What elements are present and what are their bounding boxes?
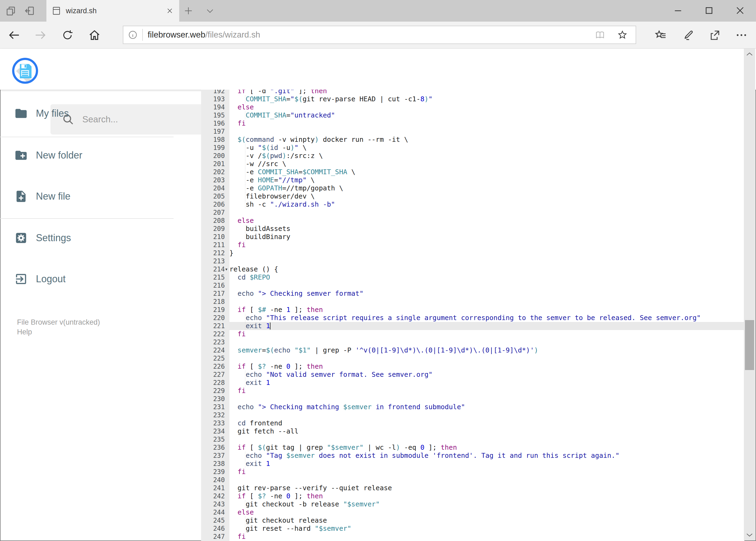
code-line[interactable]: -v /$(pwd):/src:z \ (229, 152, 744, 160)
line-number: 237 (201, 452, 225, 460)
add-favorite-star-icon[interactable] (617, 29, 628, 41)
fold-marker-icon[interactable]: ▾ (225, 265, 230, 273)
code-line[interactable]: fi (229, 241, 744, 249)
code-line[interactable]: fi (229, 330, 744, 338)
code-line[interactable]: -e HOME="//tmp" \ (229, 176, 744, 184)
new-tab-button[interactable] (181, 4, 195, 18)
code-line[interactable]: if [ $? -ne 0 ]; then (229, 362, 744, 370)
code-line[interactable]: fi (229, 387, 744, 395)
browser-tab[interactable]: wizard.sh (46, 0, 179, 22)
indent-guide (245, 144, 245, 152)
code-line[interactable] (229, 395, 744, 403)
code-line[interactable]: sh -c "./wizard.sh -b" (229, 201, 744, 209)
sidebar-item-new-file[interactable]: New file (0, 184, 189, 209)
code-line[interactable]: exit 1 (229, 379, 744, 387)
code-line[interactable] (229, 257, 744, 265)
minimize-button[interactable] (666, 0, 690, 21)
line-number: 193 (201, 95, 225, 103)
code-line[interactable]: cd frontend (229, 419, 744, 427)
code-line[interactable]: if [ $? -ne 0 ]; then (229, 492, 744, 500)
sidebar-item-settings[interactable]: Settings (0, 225, 189, 251)
code-line-active[interactable]: exit 1 (229, 322, 744, 330)
set-tabs-aside-button[interactable] (23, 4, 37, 18)
code-line[interactable]: $(command -v winpty) docker run --rm -it… (229, 136, 744, 144)
scrollbar-thumb[interactable] (745, 320, 754, 370)
code-line[interactable] (229, 209, 744, 217)
code-line[interactable]: if [ $# -ne 1 ]; then (229, 306, 744, 314)
code-line[interactable]: COMMIT_SHA="$(git rev-parse HEAD | cut -… (229, 95, 744, 103)
code-editor[interactable]: 1921931941951961971981992002012022032042… (201, 90, 744, 541)
code-line[interactable] (229, 338, 744, 346)
code-line[interactable]: -w //src \ (229, 160, 744, 168)
line-number: 224 (201, 346, 225, 354)
code-line[interactable]: fi (229, 468, 744, 476)
code-line[interactable] (229, 297, 744, 306)
share-page-button[interactable] (703, 24, 726, 46)
code-line[interactable] (229, 411, 744, 419)
show-tab-previews-button[interactable] (203, 4, 217, 18)
indent-guide (245, 379, 245, 387)
code-line[interactable]: echo "> Checking semver format" (229, 289, 744, 297)
code-line[interactable]: buildBinary (229, 233, 744, 241)
app-header (0, 49, 756, 90)
code-line[interactable]: echo "This release script requires a sin… (229, 314, 744, 322)
scroll-down-button[interactable] (744, 529, 755, 540)
web-notes-button[interactable] (677, 24, 700, 46)
hub-button[interactable] (649, 24, 672, 46)
code-line[interactable]: git checkout -b release "$semver" (229, 500, 744, 508)
code-line[interactable]: if [ -d ".git" ]; then (229, 90, 744, 95)
sidebar-item-logout[interactable]: Logout (0, 266, 189, 292)
forward-button[interactable] (29, 24, 52, 46)
code-line[interactable]: -e COMMIT_SHA=$COMMIT_SHA \ (229, 168, 744, 176)
address-bar[interactable]: filebrowser.web/files/wizard.sh (123, 26, 636, 44)
tab-close-icon[interactable] (166, 7, 173, 14)
tab-title: wizard.sh (66, 7, 166, 15)
code-line[interactable]: } (229, 249, 744, 257)
code-line[interactable]: -e GOPATH=//tmp/gopath \ (229, 184, 744, 192)
indent-guide (245, 460, 245, 468)
code-line[interactable]: git fetch --all (229, 427, 744, 435)
code-line[interactable]: else (229, 508, 744, 516)
browser-tab-strip: wizard.sh (0, 0, 756, 22)
code-line[interactable]: filebrowser/dev \ (229, 192, 744, 201)
code-line[interactable]: git rev-parse --verify --quiet release (229, 484, 744, 492)
code-line[interactable] (229, 435, 744, 443)
help-link[interactable]: Help (17, 328, 32, 336)
sidebar-item-new-folder[interactable]: New folder (0, 142, 189, 168)
code-line[interactable] (229, 128, 744, 136)
code-line[interactable]: semver=$(echo "$1" | grep -P '^v(0|[1-9]… (229, 346, 744, 354)
settings-more-button[interactable] (730, 24, 753, 46)
filebrowser-logo[interactable] (12, 58, 38, 84)
maximize-button[interactable] (697, 0, 721, 21)
page-scrollbar[interactable] (744, 49, 755, 540)
sidebar-item-my-files[interactable]: My files (0, 101, 189, 126)
code-line[interactable]: fi (229, 533, 744, 541)
code-line[interactable]: echo "Not valid semver format. See semve… (229, 370, 744, 379)
close-window-button[interactable] (728, 0, 752, 21)
code-line[interactable]: buildAssets (229, 225, 744, 233)
reading-view-icon[interactable] (595, 29, 606, 40)
code-line[interactable]: else (229, 103, 744, 111)
code-line[interactable]: git checkout release (229, 516, 744, 525)
code-line[interactable]: else (229, 217, 744, 225)
home-button[interactable] (83, 24, 106, 46)
code-line[interactable]: if [ $(git tag | grep "$semver" | wc -l)… (229, 443, 744, 452)
code-line[interactable]: release () { (229, 265, 744, 273)
tab-preview-toggle-button[interactable] (4, 4, 18, 18)
code-line[interactable]: git reset --hard "$semver" (229, 525, 744, 533)
code-line[interactable] (229, 354, 744, 362)
code-line[interactable]: fi (229, 119, 744, 128)
scroll-up-button[interactable] (744, 49, 755, 60)
refresh-button[interactable] (56, 24, 79, 46)
code-line[interactable] (229, 476, 744, 484)
site-info-button[interactable] (124, 30, 142, 40)
back-button[interactable] (3, 24, 25, 46)
code-line[interactable] (229, 281, 744, 289)
code-line[interactable]: echo "> Checking matching $semver in fro… (229, 403, 744, 411)
code-line[interactable]: COMMIT_SHA="untracked" (229, 111, 744, 119)
code-line[interactable]: echo "Tag $semver does not exist in subm… (229, 452, 744, 460)
code-line[interactable]: cd $REPO (229, 273, 744, 281)
code-line[interactable]: -u "$(id -u)" \ (229, 144, 744, 152)
code-line[interactable]: exit 1 (229, 460, 744, 468)
back-icon (8, 29, 21, 42)
